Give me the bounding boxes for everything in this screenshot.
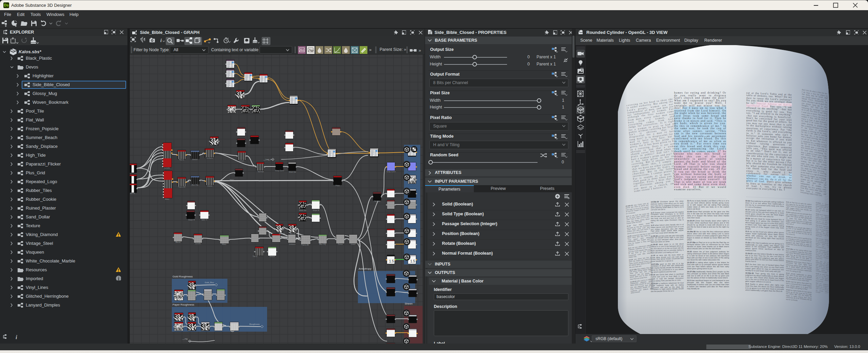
svg-text:Levels: Levels [195,242,201,244]
svg-text:Warp: Warp [165,198,169,200]
svg-text:Invert: Invert [239,160,244,162]
svg-text:Gold Roughness: Gold Roughness [173,275,193,278]
svg-text:i: i [160,38,162,43]
svg-text:Slope B: Slope B [312,209,319,211]
svg-text:Histo: Histo [336,184,340,187]
svg-text:Levels: Levels [164,167,170,169]
svg-text:1.5: 1.5 [389,259,394,263]
svg-text:Invert: Invert [351,243,356,245]
svg-text:Paper Roughness: Paper Roughness [173,303,194,306]
svg-text:»: » [419,48,421,53]
svg-text:Uniform: Uniform [289,243,296,245]
svg-text:Blend: Blend [176,241,180,243]
svg-text:Curve: Curve [338,243,343,245]
svg-text:Anisotropy: Anisotropy [359,267,371,270]
svg-text:Warp: Warp [222,243,226,245]
svg-text:Blur HQ: Blur HQ [319,243,326,245]
svg-text:Trans 2D: Trans 2D [301,244,309,246]
svg-text:Histo: Histo [230,179,234,181]
svg-text:Switch: Switch [192,158,198,160]
svg-text:1.5: 1.5 [410,259,415,263]
svg-text:Multi Sw: Multi Sw [289,171,296,173]
svg-text:Roughness: Roughness [249,323,260,325]
svg-text:Safe Tr: Safe Tr [279,233,285,235]
svg-text:Switch: Switch [269,255,275,257]
svg-text:Normal: Normal [374,200,380,202]
svg-text:Normal: Normal [258,171,264,173]
svg-text:Gray Conv: Gray Conv [387,171,396,173]
svg-text:Blend: Blend [290,233,295,235]
svg-text:Sheen: Sheen [405,302,412,305]
svg-text:Safe Tr: Safe Tr [201,219,207,221]
svg-text:Trans 2D: Trans 2D [178,186,185,188]
svg-text:i: i [16,334,17,340]
svg-text:Uniform: Uniform [206,157,213,159]
svg-text:Blend: Blend [130,192,135,194]
svg-text:Blur HQ: Blur HQ [191,184,198,186]
svg-text:Curve: Curve [207,185,213,187]
svg-text:Tile S.: Tile S. [179,159,184,161]
svg-text:Gray Conv: Gray Conv [275,170,284,172]
svg-text:Tile S.: Tile S. [253,255,258,257]
svg-text:Multi Sw: Multi Sw [299,209,306,211]
svg-text:Gold_Rou: Gold_Rou [205,281,214,283]
svg-text:Slope B: Slope B [188,219,195,221]
svg-text:__mg: __mg [182,338,187,340]
